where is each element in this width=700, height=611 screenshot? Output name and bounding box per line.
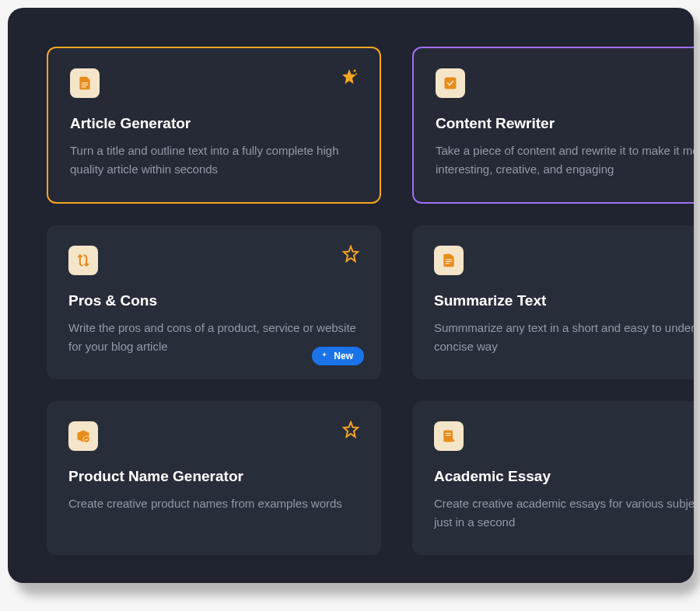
card-summarize-text[interactable]: Summarize Text Summmarize any text in a … [412, 225, 694, 379]
svg-rect-2 [82, 86, 86, 87]
favorite-button[interactable] [339, 67, 359, 87]
card-product-name-generator[interactable]: Product Name Generator Create creative p… [47, 401, 381, 555]
star-filled-icon [340, 68, 359, 86]
card-title: Academic Essay [434, 468, 694, 485]
arrows-icon [68, 246, 98, 275]
svg-rect-8 [446, 263, 450, 264]
card-pros-cons[interactable]: Pros & Cons Write the pros and cons of a… [47, 225, 381, 379]
card-title: Pros & Cons [68, 292, 359, 309]
svg-rect-1 [82, 85, 88, 86]
favorite-button[interactable] [341, 420, 361, 440]
card-title: Summarize Text [434, 292, 694, 309]
card-description: Take a piece of content and rewrite it t… [436, 141, 694, 179]
svg-rect-6 [446, 259, 452, 260]
svg-rect-12 [446, 435, 451, 435]
file-lines-icon [434, 246, 464, 275]
svg-rect-10 [443, 431, 453, 442]
card-description: Summmarize any text in a short and easy … [434, 319, 694, 356]
cards-grid: Article Generator Turn a title and outli… [47, 47, 694, 555]
svg-point-4 [355, 73, 357, 75]
favorite-button[interactable] [341, 244, 361, 264]
card-title: Product Name Generator [68, 468, 359, 485]
check-square-icon [436, 68, 465, 98]
badge-label: New [334, 351, 353, 361]
svg-point-3 [354, 70, 356, 72]
svg-rect-11 [446, 433, 451, 434]
sparkle-icon [320, 351, 329, 361]
card-academic-essay[interactable]: Academic Essay Create creative academic … [412, 401, 694, 555]
svg-rect-7 [446, 261, 452, 262]
card-description: Turn a title and outline text into a ful… [70, 141, 358, 179]
star-outline-icon [341, 421, 360, 439]
card-content-rewriter[interactable]: Content Rewriter Take a piece of content… [412, 47, 694, 204]
card-description: Create creative academic essays for vari… [434, 494, 694, 532]
card-article-generator[interactable]: Article Generator Turn a title and outli… [47, 47, 381, 204]
new-badge: New [312, 347, 364, 365]
file-text-icon [70, 68, 100, 98]
svg-rect-0 [82, 82, 88, 83]
box-check-icon [68, 421, 98, 451]
star-outline-icon [341, 245, 360, 264]
tools-panel: Article Generator Turn a title and outli… [8, 8, 694, 583]
svg-rect-5 [445, 78, 457, 89]
card-title: Content Rewriter [436, 115, 694, 132]
card-description: Create creative product names from examp… [68, 494, 359, 513]
essay-icon [434, 421, 464, 451]
card-title: Article Generator [70, 115, 358, 132]
